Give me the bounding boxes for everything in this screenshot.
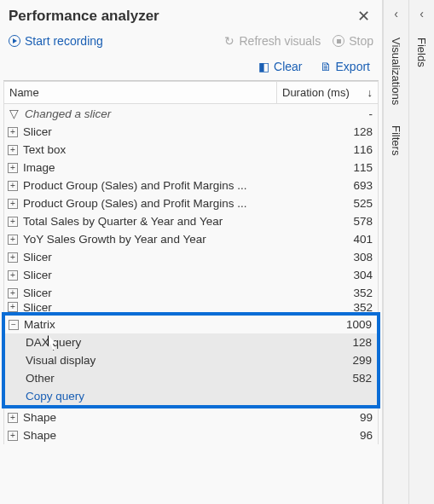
sub-duration: 582 (321, 372, 372, 385)
column-duration[interactable]: Duration (ms) ↓ (277, 82, 378, 103)
row-duration: 128 (321, 125, 373, 138)
close-icon[interactable]: ✕ (354, 7, 373, 26)
export-label: Export (336, 60, 370, 73)
table-row[interactable]: +Slicer128 (4, 123, 378, 141)
row-duration: 308 (321, 251, 373, 264)
table-row[interactable]: +Slicer352 (4, 284, 378, 302)
sub-duration: 299 (321, 354, 372, 367)
stop-button: Stop (333, 34, 373, 48)
row-duration: 96 (321, 429, 373, 442)
expand-icon[interactable]: + (8, 413, 18, 423)
row-duration: 352 (321, 302, 373, 312)
row-duration: 525 (321, 197, 373, 210)
expand-icon[interactable]: + (8, 288, 18, 298)
table-row-matrix[interactable]: − Matrix 1009 (5, 316, 377, 333)
table-row[interactable]: +Shape96 (4, 426, 378, 444)
table-header: Name Duration (ms) ↓ (3, 81, 379, 104)
row-duration: 1009 (321, 318, 372, 331)
refresh-icon: ↻ (224, 34, 234, 48)
toolbar-secondary: ◧ Clear 🗎 Export (0, 56, 382, 80)
toolbar-primary: Start recording ↻ Refresh visuals Stop (0, 29, 382, 56)
clear-button[interactable]: ◧ Clear (258, 60, 302, 73)
expand-icon[interactable]: + (8, 235, 18, 245)
expand-icon[interactable]: + (8, 252, 18, 263)
table-row[interactable]: +Shape99 (4, 408, 378, 426)
row-duration: 304 (321, 269, 373, 281)
row-duration: 578 (321, 215, 373, 228)
row-duration: 116 (321, 143, 373, 156)
fields-tab[interactable]: ‹ Fields (408, 0, 434, 504)
visualizations-tab[interactable]: ‹ Visualizations Filters (383, 0, 408, 504)
clear-label: Clear (274, 60, 302, 73)
row-duration: 352 (321, 287, 373, 299)
sub-row-other[interactable]: Other 582 (5, 369, 377, 387)
row-label: Image (23, 161, 321, 174)
export-icon: 🗎 (320, 60, 332, 73)
table-row[interactable]: +Total Sales by Quarter & Year and Year5… (4, 212, 378, 230)
expand-icon[interactable]: + (8, 181, 18, 191)
row-label: Slicer (23, 251, 321, 264)
expand-icon[interactable]: + (8, 145, 18, 155)
highlighted-matrix-group: − Matrix 1009 DAX query 128 Visual displ… (2, 312, 380, 408)
start-recording-button[interactable]: Start recording (9, 34, 103, 48)
chevron-left-icon: ‹ (420, 7, 424, 20)
row-label: Changed a slicer (25, 107, 321, 120)
row-label: Total Sales by Quarter & Year and Year (23, 215, 321, 228)
row-label: Shape (23, 429, 321, 442)
table-row[interactable]: +Slicer308 (4, 248, 378, 266)
row-duration: 693 (321, 179, 373, 192)
row-label: YoY Sales Growth by Year and Year (23, 233, 321, 246)
sort-arrow-icon: ↓ (367, 86, 373, 99)
tab-label: Fields (415, 38, 428, 67)
table-row[interactable]: ▽Changed a slicer- (4, 104, 378, 123)
stop-icon (333, 35, 344, 47)
table-row[interactable]: +Slicer352 (4, 302, 378, 312)
row-label: Shape (23, 411, 321, 424)
table-row[interactable]: +Image115 (4, 159, 378, 177)
sub-row-visual-display[interactable]: Visual display 299 (5, 351, 377, 369)
refresh-visuals-button: ↻ Refresh visuals (224, 34, 321, 48)
sub-label: Visual display (26, 354, 321, 367)
filter-icon: ▽ (8, 107, 20, 120)
filters-tab-label[interactable]: Filters (390, 125, 402, 155)
row-duration: 401 (321, 233, 373, 246)
table-row[interactable]: +YoY Sales Growth by Year and Year401 (4, 230, 378, 248)
expand-icon[interactable]: + (8, 270, 18, 281)
column-name[interactable]: Name (4, 82, 277, 103)
results-table: Name Duration (ms) ↓ ▽Changed a slicer-+… (0, 81, 382, 504)
refresh-visuals-label: Refresh visuals (239, 34, 321, 48)
expand-icon[interactable]: + (8, 431, 18, 441)
row-label: Product Group (Sales) and Profit Margins… (23, 197, 321, 210)
row-duration: - (321, 107, 373, 120)
sub-label: DAX query (26, 336, 321, 349)
row-label: Text box (23, 143, 321, 156)
table-row[interactable]: +Text box116 (4, 141, 378, 159)
chevron-left-icon: ‹ (394, 7, 398, 20)
expand-icon[interactable]: + (8, 127, 18, 137)
row-label: Slicer (23, 269, 321, 281)
collapse-icon[interactable]: − (9, 320, 19, 330)
copy-query-link[interactable]: Copy query (5, 387, 377, 405)
sub-label: Other (26, 372, 321, 385)
table-row[interactable]: +Product Group (Sales) and Profit Margin… (4, 177, 378, 194)
column-duration-label: Duration (ms) (282, 86, 350, 99)
start-recording-label: Start recording (25, 34, 103, 48)
eraser-icon: ◧ (258, 60, 269, 73)
row-label: Slicer (23, 125, 321, 138)
play-icon (9, 35, 20, 47)
table-row[interactable]: +Slicer304 (4, 266, 378, 284)
panel-title: Performance analyzer (9, 8, 354, 25)
table-row[interactable]: +Product Group (Sales) and Profit Margin… (4, 194, 378, 212)
row-duration: 115 (321, 161, 373, 174)
expand-icon[interactable]: + (8, 302, 18, 312)
sub-duration: 128 (321, 336, 372, 349)
row-label: Slicer (23, 287, 321, 299)
expand-icon[interactable]: + (8, 217, 18, 227)
row-label: Matrix (24, 318, 321, 331)
sub-row-dax-query[interactable]: DAX query 128 (5, 333, 377, 351)
expand-icon[interactable]: + (8, 163, 18, 173)
export-button[interactable]: 🗎 Export (320, 60, 370, 73)
tab-label: Visualizations (390, 38, 402, 105)
expand-icon[interactable]: + (8, 199, 18, 209)
row-label: Slicer (23, 302, 321, 312)
